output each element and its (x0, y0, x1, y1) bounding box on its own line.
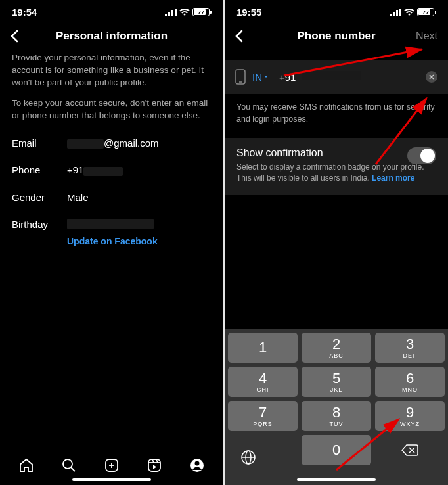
key-5[interactable]: 5JKL (302, 367, 371, 397)
profile-icon[interactable] (189, 457, 205, 473)
learn-more-link[interactable]: Learn more (372, 173, 414, 183)
phone-input-row[interactable]: IN +91 (225, 60, 448, 94)
svg-rect-9 (148, 459, 160, 471)
confirmation-title: Show confirmation (236, 147, 436, 159)
confirmation-desc: Select to display a confirmation badge o… (236, 162, 436, 184)
email-value: @gmail.com (67, 137, 159, 149)
update-facebook-link[interactable]: Update on Facebook (67, 236, 158, 246)
key-9[interactable]: 9WXYZ (375, 401, 445, 431)
svg-point-4 (63, 459, 72, 469)
clear-button[interactable] (426, 71, 437, 83)
key-1[interactable]: 1 (228, 333, 298, 363)
confirmation-toggle[interactable] (407, 147, 436, 164)
status-bar: 19:55 77 (225, 0, 448, 23)
close-icon (429, 74, 434, 80)
wifi-icon (179, 9, 190, 16)
key-8[interactable]: 8TUV (302, 401, 371, 431)
gender-value: Male (67, 192, 89, 203)
svg-rect-16 (393, 12, 395, 16)
home-indicator[interactable] (72, 478, 151, 481)
nav-header: Personal information (0, 23, 223, 52)
page-title: Personal information (56, 30, 168, 43)
key-blank (228, 435, 298, 465)
phone-left: 19:54 77 Personal information Provide yo… (0, 0, 223, 485)
phone-label: Phone (12, 164, 67, 175)
key-2[interactable]: 2ABC (302, 333, 371, 363)
info-text-2: To keep your account secure, don't enter… (0, 97, 223, 130)
phone-row[interactable]: Phone +91 (0, 156, 223, 183)
birthday-row[interactable]: Birthday Update on Facebook (0, 211, 223, 254)
search-icon[interactable] (61, 457, 77, 473)
info-text-1: Provide your personal information, even … (0, 52, 223, 97)
status-icons: 77 (390, 8, 436, 16)
backspace-icon (401, 444, 418, 456)
numeric-keyboard: 1 2ABC 3DEF 4GHI 5JKL 6MNO 7PQRS 8TUV 9W… (225, 329, 448, 485)
svg-line-5 (71, 467, 75, 471)
key-6[interactable]: 6MNO (375, 367, 445, 397)
wifi-icon (404, 9, 414, 16)
key-7[interactable]: 7PQRS (228, 401, 298, 431)
svg-rect-2 (171, 10, 173, 16)
phone-number-value (302, 71, 419, 83)
key-backspace[interactable] (375, 435, 445, 465)
home-indicator[interactable] (297, 478, 376, 481)
svg-rect-17 (396, 10, 398, 16)
gender-row[interactable]: Gender Male (0, 184, 223, 211)
key-4[interactable]: 4GHI (228, 367, 298, 397)
birthday-value: Update on Facebook (67, 219, 158, 246)
reels-icon[interactable] (146, 457, 162, 473)
svg-rect-18 (399, 9, 401, 16)
phone-value: +91 (67, 164, 123, 175)
phone-right: 19:55 77 Phone number Next IN (225, 0, 448, 485)
svg-rect-15 (390, 14, 392, 16)
back-button[interactable] (11, 30, 18, 43)
birthday-label: Birthday (12, 219, 67, 230)
create-icon[interactable] (104, 457, 120, 473)
back-button[interactable] (235, 30, 243, 43)
gender-label: Gender (12, 192, 67, 203)
phone-icon (235, 69, 246, 85)
svg-rect-1 (168, 12, 170, 16)
status-time: 19:54 (12, 7, 37, 18)
signal-icon (390, 9, 401, 16)
page-title: Phone number (297, 30, 375, 43)
nav-header: Phone number Next (225, 23, 448, 52)
key-0[interactable]: 0 (302, 435, 371, 465)
chevron-down-icon (263, 75, 269, 79)
email-row[interactable]: Email @gmail.com (0, 129, 223, 156)
next-button[interactable]: Next (416, 30, 437, 42)
country-selector[interactable]: IN (252, 72, 269, 83)
svg-rect-3 (175, 9, 177, 16)
battery-icon: 77 (192, 8, 212, 16)
confirmation-section: Show confirmation Select to display a co… (225, 138, 448, 195)
status-icons: 77 (165, 8, 212, 16)
bottom-tab-bar (0, 450, 223, 485)
globe-icon[interactable] (240, 450, 256, 465)
key-3[interactable]: 3DEF (375, 333, 445, 363)
status-time: 19:55 (236, 7, 261, 18)
email-label: Email (12, 137, 67, 149)
svg-rect-0 (165, 14, 167, 16)
svg-point-14 (194, 461, 199, 466)
status-bar: 19:54 77 (0, 0, 223, 23)
signal-icon (165, 9, 177, 16)
toggle-knob (420, 149, 435, 163)
sms-disclaimer: You may receive SMS notifications from u… (225, 94, 448, 138)
phone-prefix: +91 (279, 72, 296, 83)
battery-icon: 77 (417, 8, 436, 16)
home-icon[interactable] (18, 457, 34, 473)
